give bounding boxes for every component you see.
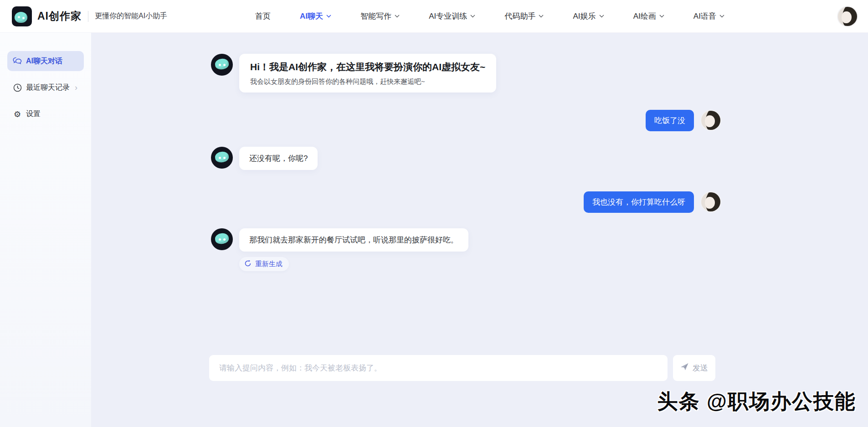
watermark-text: 头条 @职场办公技能 <box>657 388 856 415</box>
chevron-down-icon <box>470 15 475 18</box>
bot-message-bubble: 还没有呢，你呢? <box>239 147 318 170</box>
user-avatar <box>700 191 721 212</box>
nav-label: AI绘画 <box>633 11 656 21</box>
bot-avatar <box>211 54 233 76</box>
message-list: Hi！我是AI创作家，在这里我将要扮演你的AI虚拟女友~ 我会以女朋友的身份回答… <box>91 33 868 271</box>
send-label: 发送 <box>693 363 708 373</box>
app-logo-icon <box>12 6 32 26</box>
bot-message-bubble: 那我们就去那家新开的餐厅试试吧，听说那里的披萨很好吃。 <box>239 228 468 252</box>
regenerate-row: 重新生成 <box>239 257 868 271</box>
user-avatar <box>700 110 721 131</box>
gear-icon: ⚙ <box>13 109 22 118</box>
send-button[interactable]: 发送 <box>673 355 715 381</box>
chat-bubbles-icon <box>13 57 22 66</box>
regenerate-label: 重新生成 <box>255 260 282 268</box>
bot-message-row: Hi！我是AI创作家，在这里我将要扮演你的AI虚拟女友~ 我会以女朋友的身份回答… <box>211 54 868 93</box>
bot-intro-card: Hi！我是AI创作家，在这里我将要扮演你的AI虚拟女友~ 我会以女朋友的身份回答… <box>239 54 496 93</box>
sidebar: AI聊天对话 最近聊天记录 › ⚙ 设置 <box>0 33 91 427</box>
nav-label: AI聊天 <box>300 11 323 21</box>
brand-name: AI创作家 <box>37 9 82 23</box>
brand-tagline: 更懂你的智能AI小助手 <box>95 11 167 21</box>
sidebar-item-ai-chat[interactable]: AI聊天对话 <box>7 51 84 71</box>
bot-message-row: 那我们就去那家新开的餐厅试试吧，听说那里的披萨很好吃。 <box>211 228 868 252</box>
bot-avatar <box>211 228 233 250</box>
chevron-down-icon <box>395 15 400 18</box>
nav-label: AI语音 <box>693 11 716 21</box>
brand-divider <box>88 11 88 22</box>
nav-item-ai-entertainment[interactable]: AI娱乐 <box>573 11 604 21</box>
chat-input[interactable] <box>209 355 668 381</box>
bot-intro-subtitle: 我会以女朋友的身份回答你的各种问题哦，赶快来邂逅吧~ <box>250 77 485 86</box>
paper-plane-icon <box>680 363 689 373</box>
user-message-bubble: 我也没有，你打算吃什么呀 <box>584 191 694 213</box>
nav-label: AI专业训练 <box>429 11 467 21</box>
nav-item-ai-chat[interactable]: AI聊天 <box>300 11 331 21</box>
nav-label: AI娱乐 <box>573 11 596 21</box>
user-message-row: 我也没有，你打算吃什么呀 <box>211 191 868 213</box>
nav-item-code-assistant[interactable]: 代码助手 <box>504 11 544 21</box>
chevron-down-icon <box>599 15 604 18</box>
chat-panel: Hi！我是AI创作家，在这里我将要扮演你的AI虚拟女友~ 我会以女朋友的身份回答… <box>91 33 868 427</box>
nav-item-ai-voice[interactable]: AI语音 <box>693 11 724 21</box>
nav-item-ai-painting[interactable]: AI绘画 <box>633 11 664 21</box>
bot-message-row: 还没有呢，你呢? <box>211 147 868 170</box>
nav-item-ai-training[interactable]: AI专业训练 <box>429 11 475 21</box>
bot-intro-title: Hi！我是AI创作家，在这里我将要扮演你的AI虚拟女友~ <box>250 61 485 73</box>
bot-avatar <box>211 147 233 169</box>
sidebar-item-settings[interactable]: ⚙ 设置 <box>7 104 84 124</box>
user-message-bubble: 吃饭了没 <box>646 110 694 131</box>
sidebar-item-recent-chats[interactable]: 最近聊天记录 › <box>7 77 84 98</box>
composer: 发送 <box>209 355 715 381</box>
chevron-right-icon: › <box>75 83 77 92</box>
user-message-row: 吃饭了没 <box>211 110 868 131</box>
chevron-down-icon <box>326 15 331 18</box>
sidebar-item-label: AI聊天对话 <box>26 57 62 66</box>
nav-label: 代码助手 <box>504 11 535 21</box>
chevron-down-icon <box>719 15 724 18</box>
gear-glyph: ⚙ <box>14 109 21 119</box>
nav-label: 智能写作 <box>360 11 391 21</box>
chevron-down-icon <box>539 15 544 18</box>
nav-item-smart-writing[interactable]: 智能写作 <box>360 11 400 21</box>
avatar <box>837 6 858 27</box>
user-profile-avatar[interactable] <box>837 6 858 27</box>
main-nav: 首页 AI聊天 智能写作 AI专业训练 代码助手 AI娱 <box>255 0 724 32</box>
nav-label: 首页 <box>255 11 271 21</box>
regenerate-button[interactable]: 重新生成 <box>239 257 289 271</box>
clock-icon <box>13 83 22 92</box>
nav-item-home[interactable]: 首页 <box>255 11 271 21</box>
chevron-down-icon <box>659 15 664 18</box>
sidebar-item-label: 最近聊天记录 <box>26 83 70 93</box>
sidebar-item-label: 设置 <box>26 109 41 119</box>
refresh-icon <box>244 260 252 268</box>
top-navbar: AI创作家 更懂你的智能AI小助手 首页 AI聊天 智能写作 AI专业训练 代码… <box>0 0 868 33</box>
